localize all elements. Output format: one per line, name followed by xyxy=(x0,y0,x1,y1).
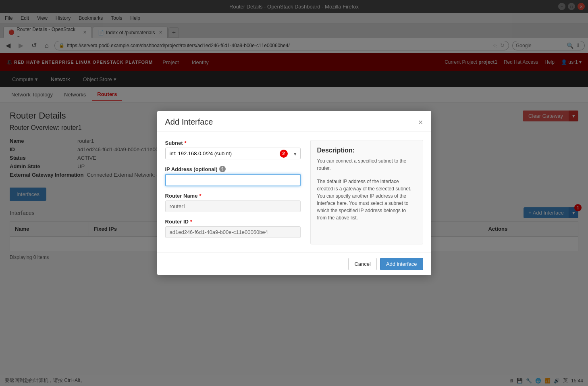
modal-overlay[interactable]: Add Interface × Subnet * int: 192.168.0.… xyxy=(0,0,588,268)
modal-close-button[interactable]: × xyxy=(418,118,423,126)
router-id-input xyxy=(165,226,301,238)
router-id-required: * xyxy=(190,219,192,225)
router-name-required: * xyxy=(199,193,201,199)
modal-body: Subnet * int: 192.168.0.0/24 (subint) ▾ … xyxy=(157,132,431,252)
add-interface-modal: Add Interface × Subnet * int: 192.168.0.… xyxy=(157,111,431,268)
modal-form: Subnet * int: 192.168.0.0/24 (subint) ▾ … xyxy=(165,140,301,244)
subnet-required: * xyxy=(185,140,187,146)
description-text-1: You can connect a specified subnet to th… xyxy=(317,157,416,172)
modal-header: Add Interface × xyxy=(157,111,431,132)
modal-description: Description: You can connect a specified… xyxy=(310,140,423,244)
router-id-label: Router ID * xyxy=(165,219,301,225)
router-name-input xyxy=(165,200,301,212)
subnet-select-wrapper: int: 192.168.0.0/24 (subint) ▾ 2 xyxy=(165,148,301,159)
router-name-label: Router Name * xyxy=(165,193,301,199)
description-text-2: The default IP address of the interface … xyxy=(317,178,416,221)
subnet-badge: 2 xyxy=(280,150,288,158)
ip-address-help-icon[interactable]: ? xyxy=(219,166,226,172)
modal-footer: Cancel Add interface xyxy=(157,252,431,268)
add-interface-submit-button[interactable]: Add interface xyxy=(380,258,423,268)
ip-address-label: IP Address (optional) ? xyxy=(165,166,301,172)
ip-address-input[interactable] xyxy=(165,174,301,186)
subnet-label: Subnet * xyxy=(165,140,301,146)
form-group-ip: IP Address (optional) ? xyxy=(165,166,301,186)
form-group-subnet: Subnet * int: 192.168.0.0/24 (subint) ▾ … xyxy=(165,140,301,159)
modal-title: Add Interface xyxy=(165,117,213,127)
form-group-router-id: Router ID * xyxy=(165,219,301,238)
description-title: Description: xyxy=(317,147,416,154)
form-group-router-name: Router Name * xyxy=(165,193,301,212)
cancel-button[interactable]: Cancel xyxy=(348,258,376,268)
